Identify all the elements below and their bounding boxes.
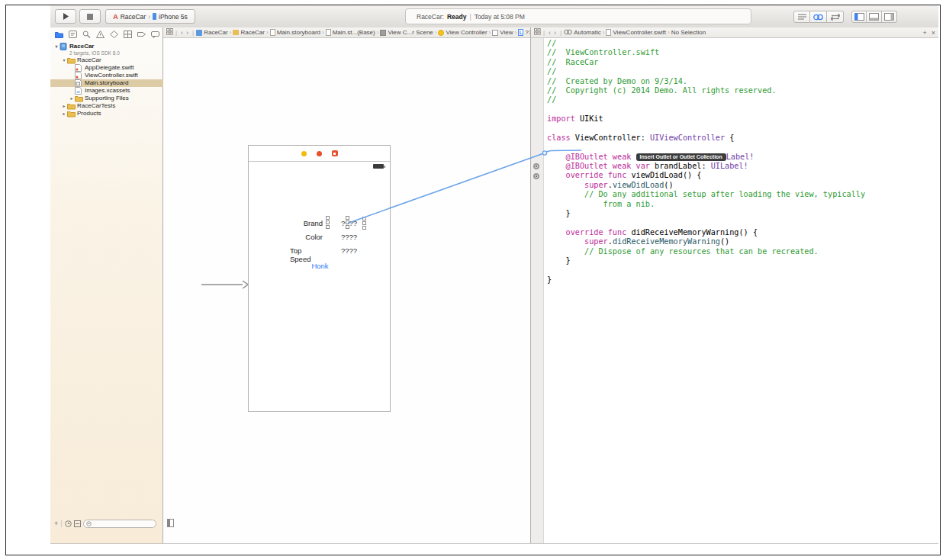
code-line[interactable] [547, 266, 938, 275]
tree-row-viewcontroller-swift[interactable]: ViewController.swift [50, 72, 163, 79]
related-items-icon[interactable] [534, 28, 541, 37]
toggle-debug-area-button[interactable] [867, 11, 882, 23]
brand-label[interactable]: Brand [304, 219, 323, 227]
code-line[interactable]: // [547, 67, 938, 76]
tree-row-supporting-files[interactable]: ▸Supporting Files [50, 95, 163, 102]
code-line[interactable]: // ViewController.swift [547, 48, 938, 57]
code-line[interactable]: super.viewDidLoad() [547, 181, 938, 190]
add-file-button[interactable]: + [54, 520, 58, 527]
code-line[interactable]: @IBOutlet weak Insert Outlet or Outlet C… [547, 153, 938, 162]
add-editor-button[interactable]: + [922, 29, 926, 37]
resize-handle[interactable] [362, 226, 366, 230]
jumpbar-item-view-controller[interactable]: View Controller [438, 29, 487, 36]
code-line[interactable]: override func didReceiveMemoryWarning() … [547, 228, 938, 237]
filter-input[interactable] [83, 520, 156, 528]
jumpbar-item-main-storyboard[interactable]: Main.storyboard [270, 29, 320, 36]
related-items-icon[interactable] [166, 28, 173, 37]
resize-handle[interactable] [326, 225, 330, 229]
disclosure-triangle[interactable]: ▾ [53, 43, 60, 50]
run-button[interactable] [55, 9, 76, 24]
back-history-button[interactable]: ‹ [549, 29, 551, 37]
outlet-connection-well[interactable] [533, 173, 539, 179]
code-line[interactable] [547, 105, 938, 114]
navigator-tab-project[interactable] [55, 30, 63, 39]
disclosure-triangle[interactable]: ▾ [61, 56, 67, 64]
code-line[interactable]: } [547, 209, 938, 218]
jumpbar-item-automatic[interactable]: Automatic [564, 29, 601, 37]
color-value-label[interactable]: ???? [341, 233, 357, 241]
close-editor-button[interactable]: × [932, 29, 935, 37]
assistant-editor-button[interactable] [810, 11, 827, 23]
code-line[interactable]: // Created by Demo on 9/3/14. [547, 77, 938, 86]
color-label[interactable]: Color [305, 233, 323, 241]
resize-handle[interactable] [346, 225, 349, 229]
disclosure-triangle[interactable]: ▸ [61, 110, 67, 117]
top-speed-value-label[interactable]: ???? [341, 246, 357, 255]
code-line[interactable] [547, 143, 938, 152]
navigator-tab-reports[interactable] [151, 30, 159, 39]
resize-handle[interactable] [346, 220, 349, 224]
version-editor-button[interactable] [827, 11, 844, 23]
code-line[interactable]: } [547, 256, 938, 266]
view-controller-scene[interactable]: Brand ???? Color ???? Top Speed ???? Hon… [248, 145, 391, 412]
navigator-tab-debug[interactable] [124, 30, 132, 39]
code-line[interactable]: class ViewController: UIViewController { [547, 134, 938, 143]
code-line[interactable]: @IBOutlet weak var brandLabel: UILabel! [547, 162, 938, 171]
code-line[interactable]: // Copyright (c) 2014 Demo. All rights r… [547, 86, 938, 95]
back-history-button[interactable]: ‹ [181, 29, 183, 37]
jumpbar-item-view-c-r-scene[interactable]: View C...r Scene [380, 29, 433, 36]
code-line[interactable]: // Dispose of any resources that can be … [547, 247, 938, 256]
resize-handle[interactable] [362, 221, 366, 225]
forward-history-button[interactable]: › [554, 29, 556, 37]
tree-row-appdelegate-swift[interactable]: AppDelegate.swift [50, 64, 163, 72]
resize-handle[interactable] [326, 216, 330, 220]
navigator-tab-symbol[interactable] [69, 30, 77, 39]
code-line[interactable] [547, 124, 938, 134]
resize-handle[interactable] [362, 217, 366, 220]
code-line[interactable]: from a nib. [547, 200, 938, 209]
standard-editor-button[interactable] [793, 11, 810, 23]
code-line[interactable]: override func viewDidLoad() { [547, 171, 938, 180]
code-line[interactable]: super.didReceiveMemoryWarning() [547, 237, 938, 246]
disclosure-triangle[interactable]: ▸ [69, 95, 75, 102]
jumpbar-item-main-st-base-[interactable]: Main.st...(Base) [326, 29, 375, 36]
resize-handle[interactable] [346, 216, 349, 220]
disclosure-triangle[interactable]: ▸ [61, 102, 67, 110]
tree-row-images-xcassets[interactable]: Images.xcassets [50, 87, 163, 95]
honk-button[interactable]: Honk [249, 262, 391, 270]
tree-row-racecar[interactable]: ▾RaceCar [50, 56, 163, 64]
outlet-connection-well[interactable] [533, 163, 539, 169]
toggle-utilities-button[interactable] [882, 11, 897, 23]
tree-row-racecar[interactable]: ▾RaceCar [50, 43, 163, 50]
initial-view-controller-arrow[interactable] [200, 279, 249, 290]
jumpbar-item--[interactable]: L???? [518, 29, 530, 36]
jumpbar-item-no-selection[interactable]: No Selection [671, 29, 706, 36]
code-line[interactable]: // Do any additional setup after loading… [547, 190, 938, 199]
code-editor[interactable]: //// ViewController.swift// RaceCar//// … [547, 39, 938, 285]
jumpbar-item-racecar[interactable]: RaceCar [196, 29, 228, 36]
navigator-tab-breakpoints[interactable] [137, 30, 146, 39]
code-line[interactable]: // RaceCar [547, 58, 938, 67]
navigator-tab-search[interactable] [82, 30, 91, 39]
top-speed-label[interactable]: Top Speed [290, 246, 323, 263]
resize-handle[interactable] [326, 220, 330, 224]
code-line[interactable] [547, 218, 938, 227]
view-controller-icon[interactable] [301, 151, 307, 156]
jumpbar-item-racecar[interactable]: RaceCar [233, 29, 265, 36]
forward-history-button[interactable]: › [186, 29, 188, 37]
tree-row-main-storyboard[interactable]: Main.storyboard [50, 79, 163, 87]
code-line[interactable]: } [547, 275, 938, 285]
navigator-tab-tests[interactable] [110, 30, 118, 39]
exit-icon[interactable] [332, 150, 338, 156]
toggle-navigator-button[interactable] [851, 11, 867, 23]
code-line[interactable]: // [547, 95, 938, 105]
document-outline-toggle[interactable] [167, 519, 174, 527]
jumpbar-item-viewcontroller-swift[interactable]: ViewController.swift [606, 29, 666, 36]
scheme-selector[interactable]: A RaceCar › iPhone 5s [105, 9, 195, 24]
stop-button[interactable] [79, 9, 101, 24]
code-line[interactable]: // [547, 39, 938, 48]
tree-row-racecartests[interactable]: ▸RaceCarTests [50, 102, 163, 110]
first-responder-icon[interactable] [317, 151, 322, 156]
recent-files-icon[interactable] [65, 520, 72, 527]
tree-row-products[interactable]: ▸Products [50, 110, 163, 117]
